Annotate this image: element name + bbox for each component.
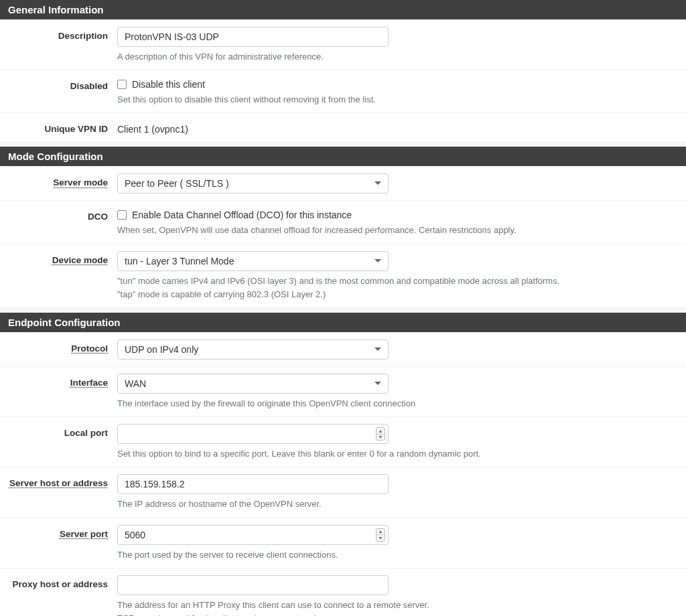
interface-select[interactable]: WAN [117,374,389,394]
disabled-checkbox-label: Disable this client [132,79,205,90]
server-mode-select[interactable]: Peer to Peer ( SSL/TLS ) [117,173,389,194]
local-port-input[interactable] [117,424,389,444]
label-dco: DCO [0,208,117,236]
proxy-host-help1: The address for an HTTP Proxy this clien… [117,599,675,611]
row-local-port: Local port ▲▼ Set this option to bind to… [0,416,686,467]
device-mode-help1: "tun" mode carries IPv4 and IPv6 (OSI la… [117,275,675,287]
panel-header-endpoint: Endpoint Configuration [0,313,686,332]
row-disabled: Disabled Disable this client Set this op… [0,70,686,112]
server-host-input[interactable] [117,474,389,494]
panel-header-mode: Mode Configuration [0,147,686,166]
spinner-icon[interactable]: ▲▼ [376,427,385,441]
description-input[interactable] [117,27,389,47]
label-device-mode: Device mode [0,251,117,301]
panel-general: General Information Description A descri… [0,0,686,141]
label-proxy-host: Proxy host or address [0,575,117,616]
label-server-port: Server port [0,525,117,561]
unique-vpn-id-value: Client 1 (ovpnc1) [117,120,675,135]
disabled-help: Set this option to disable this client w… [117,94,675,106]
row-interface: Interface WAN The interface used by the … [0,366,686,416]
panel-header-general: General Information [0,0,686,19]
description-help: A description of this VPN for administra… [117,51,675,63]
row-unique-vpn-id: Unique VPN ID Client 1 (ovpnc1) [0,112,686,141]
dco-checkbox[interactable] [117,210,127,220]
label-local-port: Local port [0,424,117,460]
row-device-mode: Device mode tun - Layer 3 Tunnel Mode "t… [0,244,686,307]
proxy-host-help2: TCP must be used for the client and serv… [117,613,675,616]
row-dco: DCO Enable Data Channel Offload (DCO) fo… [0,200,686,243]
device-mode-help2: "tap" mode is capable of carrying 802.3 … [117,289,675,301]
label-server-host: Server host or address [0,474,117,510]
label-unique-vpn-id: Unique VPN ID [0,120,117,135]
label-disabled: Disabled [0,77,117,106]
proxy-host-input[interactable] [117,575,389,595]
label-description: Description [0,27,117,63]
row-description: Description A description of this VPN fo… [0,19,686,70]
spinner-icon[interactable]: ▲▼ [376,528,385,542]
row-proxy-host: Proxy host or address The address for an… [0,568,686,616]
interface-help: The interface used by the firewall to or… [117,398,675,410]
device-mode-select[interactable]: tun - Layer 3 Tunnel Mode [117,251,389,271]
protocol-select[interactable]: UDP on IPv4 only [117,339,389,360]
panel-endpoint: Endpoint Configuration Protocol UDP on I… [0,313,686,616]
row-server-mode: Server mode Peer to Peer ( SSL/TLS ) [0,166,686,200]
row-protocol: Protocol UDP on IPv4 only [0,332,686,366]
server-host-help: The IP address or hostname of the OpenVP… [117,498,675,510]
label-server-mode: Server mode [0,173,117,194]
label-interface: Interface [0,374,117,410]
server-port-input[interactable] [117,525,389,545]
panel-mode: Mode Configuration Server mode Peer to P… [0,147,686,307]
row-server-port: Server port ▲▼ The port used by the serv… [0,518,686,568]
disabled-checkbox[interactable] [117,80,127,89]
dco-help: When set, OpenVPN will use data channel … [117,224,675,236]
row-server-host: Server host or address The IP address or… [0,467,686,517]
server-port-help: The port used by the server to receive c… [117,549,675,561]
label-protocol: Protocol [0,339,117,360]
local-port-help: Set this option to bind to a specific po… [117,448,675,460]
dco-checkbox-label: Enable Data Channel Offload (DCO) for th… [132,210,352,220]
